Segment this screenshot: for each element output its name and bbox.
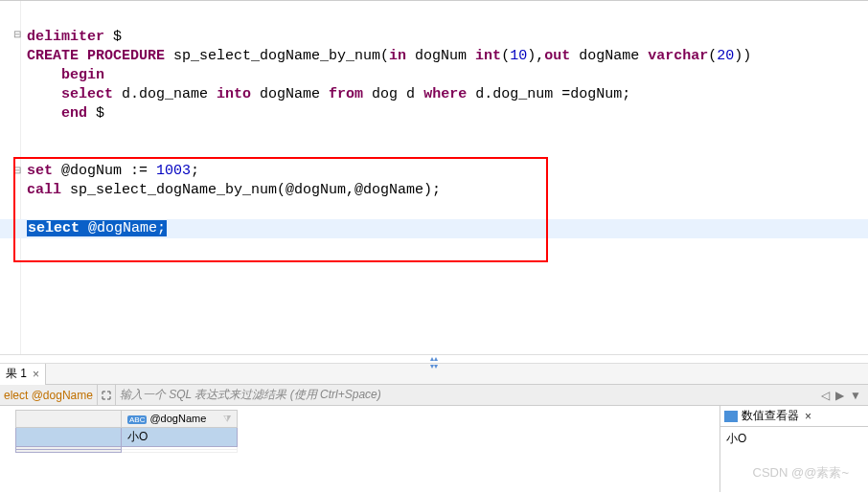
table-row-empty [16, 450, 238, 453]
code-line [27, 124, 35, 141]
code-line-highlighted: select @dogName; [0, 219, 868, 238]
fold-icon[interactable]: ⊟ [13, 30, 22, 38]
code-line: end $ [27, 105, 104, 122]
result-grid[interactable]: ABC@dogName⧩ 小O [15, 410, 238, 453]
code-line [27, 144, 35, 160]
text-selection: select @dogName; [27, 220, 167, 236]
column-name: @dogName [149, 413, 206, 424]
code-line: begin [27, 67, 104, 83]
watermark: CSDN @@素素~ [753, 464, 849, 482]
result-grid-area: ABC@dogName⧩ 小O [0, 406, 720, 492]
row-handle [16, 450, 122, 453]
close-icon[interactable]: × [33, 368, 39, 381]
viewer-title: 数值查看器 [742, 408, 799, 424]
nav-prev-icon[interactable]: ◁ [818, 389, 833, 402]
filter-input[interactable]: 输入一个 SQL 表达式来过滤结果 (使用 Ctrl+Space) [116, 387, 818, 403]
expand-icon[interactable] [98, 385, 116, 406]
tab-label: 果 1 [6, 366, 27, 382]
code-line: delimiter $ [27, 29, 122, 45]
column-filter-icon[interactable]: ⧩ [223, 414, 231, 424]
pane-splitter[interactable]: ▴▴▾▾ [0, 354, 868, 364]
result-tab-1[interactable]: 果 1 × [0, 364, 46, 385]
results-filter-bar: elect @dogName 输入一个 SQL 表达式来过滤结果 (使用 Ctr… [0, 385, 868, 406]
code-line: select d.dog_name into dogName from dog … [27, 86, 630, 102]
column-header-dogname[interactable]: ABC@dogName⧩ [122, 411, 238, 428]
nav-next-icon[interactable]: ▶ [833, 389, 847, 402]
fold-icon[interactable]: ⊟ [13, 166, 22, 174]
sql-editor[interactable]: ⊟ ⊟ delimiter $ CREATE PROCEDURE sp_sele… [0, 0, 868, 354]
type-badge-text-icon: ABC [127, 415, 147, 424]
viewer-icon [724, 411, 738, 422]
code-line: CREATE PROCEDURE sp_select_dogName_by_nu… [27, 48, 751, 64]
code-block[interactable]: delimiter $ CREATE PROCEDURE sp_select_d… [27, 9, 868, 277]
code-line [27, 201, 35, 217]
close-icon[interactable]: × [805, 410, 811, 423]
code-line: set @dogNum := 1003; [27, 163, 199, 179]
table-row[interactable]: 小O [16, 428, 238, 447]
cell-value[interactable]: 小O [122, 428, 238, 447]
value-viewer-header: 数值查看器 × [720, 406, 868, 427]
results-pane: ABC@dogName⧩ 小O 数值查看器 × 小O [0, 406, 868, 492]
row-handle[interactable] [16, 428, 122, 447]
empty-cell [122, 450, 238, 453]
nav-menu-icon[interactable]: ▼ [847, 389, 864, 402]
code-line: call sp_select_dogName_by_num(@dogNum,@d… [27, 182, 441, 198]
grid-corner [16, 411, 122, 428]
result-nav: ◁ ▶ ▼ [818, 389, 868, 402]
editor-gutter: ⊟ ⊟ [0, 1, 21, 354]
executed-query-label: elect @dogName [0, 385, 98, 406]
viewer-value: 小O [720, 427, 868, 451]
